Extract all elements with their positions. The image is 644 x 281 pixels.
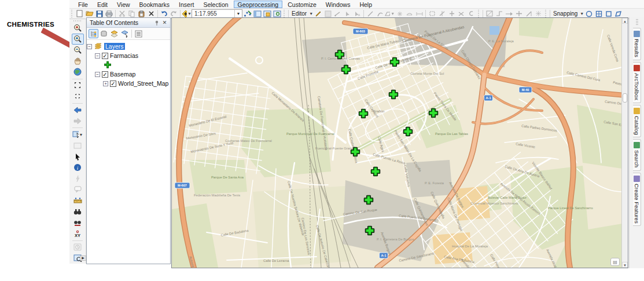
list-by-drawing-order-button[interactable] [89, 29, 98, 38]
map-label: Parque De Las Tablas [435, 132, 468, 136]
map-label: P. E. Foresta [425, 181, 444, 185]
zoom-in-button[interactable] [72, 23, 84, 34]
identify-button[interactable]: i [72, 162, 84, 173]
menu-file[interactable]: File [74, 1, 92, 8]
map-label: Calle De Lezama [263, 259, 289, 262]
scale-combo[interactable]: 1:17.955 ▼ [192, 9, 242, 18]
basemap-label[interactable]: Basemap [110, 71, 135, 78]
redo-icon [170, 10, 178, 17]
dock-tab-catalog[interactable]: Catalog [633, 105, 641, 138]
map-vertical-scrollbar[interactable]: ▲ ▼ [621, 18, 628, 268]
map-label: Parque De Santa Ana [211, 176, 244, 179]
selection-layers-icon [120, 30, 129, 38]
select-elements-button[interactable] [72, 151, 84, 162]
world-street-map-checkbox[interactable]: ✓ [110, 81, 116, 87]
options-list-icon [135, 30, 142, 38]
full-extent-button[interactable] [72, 67, 84, 78]
toc-pin-button[interactable] [153, 19, 161, 27]
map-label: Hospital De La Moraleja [452, 244, 488, 248]
fixed-zoom-out-icon [73, 92, 82, 100]
farmacias-checkbox[interactable]: ✓ [102, 53, 108, 59]
menu-insert[interactable]: Insert [175, 1, 198, 8]
menu-help[interactable]: Help [355, 1, 376, 8]
lightning-icon [75, 175, 81, 183]
find-button[interactable] [72, 206, 84, 217]
scroll-down-arrow[interactable]: ▼ [622, 262, 628, 268]
new-document-button[interactable] [75, 9, 84, 19]
dock-tab-search[interactable]: Search [633, 139, 641, 170]
clear-selected-features-button[interactable] [72, 140, 84, 151]
search-window-icon [273, 10, 281, 17]
toolbar-overflow-button[interactable]: ▶ [80, 256, 86, 261]
menu-bookmarks[interactable]: Bookmarks [135, 1, 174, 8]
toc-item-layers[interactable]: − Layers [87, 42, 170, 51]
menu-windows[interactable]: Windows [322, 1, 355, 8]
expand-icon[interactable]: + [103, 81, 108, 86]
add-data-dropdown-arrow[interactable]: ▼ [187, 12, 192, 16]
scale-dropdown-arrow[interactable]: ▼ [234, 10, 242, 17]
scrollbar-thumb[interactable] [623, 93, 627, 103]
html-popup-button[interactable] [72, 184, 84, 195]
find-route-button[interactable] [72, 217, 84, 228]
dock-tab-label: Create Features [634, 184, 640, 224]
toc-item-farmacias[interactable]: − ✓ Farmacias [95, 51, 170, 60]
collapse-icon[interactable]: − [95, 72, 100, 77]
dock-tab-results[interactable]: Results [633, 28, 641, 60]
svg-text:M-607: M-607 [178, 184, 187, 187]
measure-button[interactable] [72, 195, 84, 206]
svg-text:A-1: A-1 [381, 254, 386, 257]
identify-icon: i [73, 163, 82, 171]
toc-item-basemap[interactable]: − ✓ Basemap [95, 70, 170, 79]
select-features-button[interactable]: ▼ [72, 129, 84, 140]
collapse-icon[interactable]: − [87, 44, 92, 49]
collapse-icon[interactable]: − [95, 53, 100, 59]
menu-selection[interactable]: Selection [199, 1, 232, 8]
world-street-map-label[interactable]: World_Street_Map [118, 80, 168, 87]
svg-text:M-603: M-603 [356, 30, 365, 33]
dock-tab-arctoolbox[interactable]: ArcToolbox [633, 62, 641, 103]
layers-label[interactable]: Layers [104, 43, 125, 50]
list-by-selection-button[interactable] [120, 29, 130, 38]
pan-button[interactable] [72, 56, 84, 67]
map-canvas[interactable]: Carretera De Fuencarral A AlcobendasCarr… [172, 18, 622, 268]
measure-ruler-icon [73, 197, 82, 204]
fixed-zoom-out-button[interactable] [72, 91, 84, 102]
tools-toolbar-grip[interactable] [73, 20, 82, 21]
list-by-visibility-button[interactable] [109, 29, 119, 38]
basemap-attribution-button[interactable]: ▤ [610, 258, 620, 266]
dock-tab-strip: ResultsArcToolboxCatalogSearchCreate Fea… [629, 17, 644, 268]
delete-x-icon [149, 11, 154, 16]
dock-tab-create-features[interactable]: Create Features [633, 173, 641, 227]
map-view[interactable]: Carretera De Fuencarral A AlcobendasCarr… [171, 17, 628, 268]
time-slider-button[interactable] [72, 242, 84, 253]
menu-view[interactable]: View [113, 1, 134, 8]
menu-geoprocessing[interactable]: Geoprocessing [234, 1, 283, 8]
road-shield: A-1 [484, 95, 493, 101]
previous-extent-button[interactable] [72, 104, 84, 115]
farmacias-label[interactable]: Farmacias [110, 52, 138, 59]
svg-text:M-40: M-40 [522, 88, 529, 92]
tools-toolbar: ▼ i XY [69, 19, 86, 264]
toc-options-button[interactable] [134, 29, 143, 38]
snapping-menu-button[interactable]: Snapping [551, 10, 579, 17]
fixed-zoom-in-button[interactable] [72, 80, 84, 91]
scroll-up-arrow[interactable]: ▲ [622, 18, 628, 24]
basemap-checkbox[interactable]: ✓ [102, 71, 108, 78]
toc-item-world-street-map[interactable]: + ✓ World_Street_Map [103, 79, 170, 88]
map-label: Cocheras Mateo De Fuencarral [225, 139, 272, 143]
toc-close-button[interactable]: ✕ [161, 19, 168, 27]
next-extent-button[interactable] [72, 115, 84, 126]
dock-grip[interactable] [636, 19, 638, 26]
zoom-in-tool-active-button[interactable] [72, 34, 84, 45]
dock-tab-label: ArcToolbox [634, 73, 640, 100]
zoom-out-button[interactable] [72, 45, 84, 56]
menu-customize[interactable]: Customize [284, 1, 321, 8]
editor-menu-button[interactable]: Editor [290, 10, 308, 17]
go-to-xy-button[interactable]: XY [72, 228, 84, 239]
menu-edit[interactable]: Edit [93, 1, 112, 8]
hyperlink-button[interactable] [72, 173, 84, 184]
toolbar-grip[interactable] [71, 10, 73, 18]
map-label: P. I. Carretera De Burgos [377, 238, 414, 241]
list-by-source-button[interactable] [99, 29, 109, 38]
visibility-layers-icon [110, 30, 119, 38]
